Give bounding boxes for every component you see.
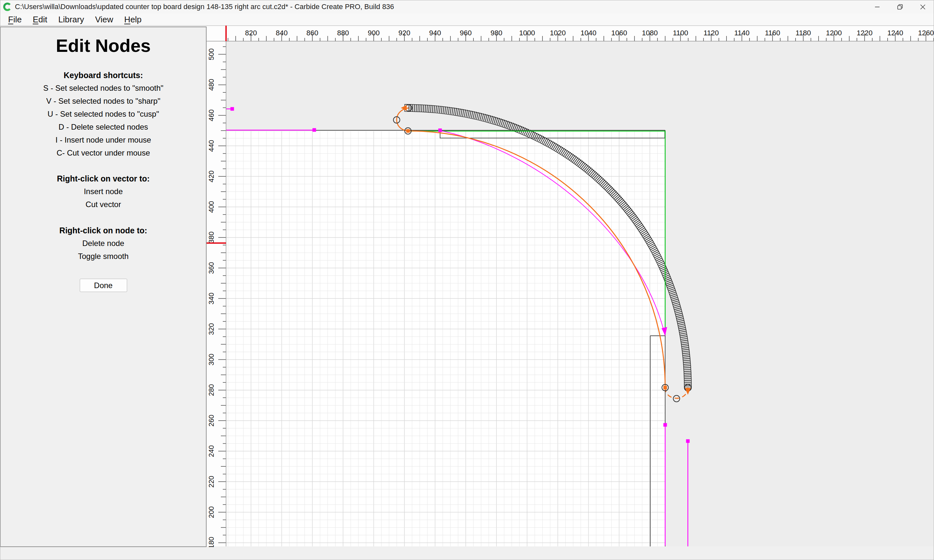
shortcut-line: S - Set selected nodes to "smooth": [1, 82, 206, 95]
shortcut-line: U - Set selected nodes to "cusp": [1, 108, 206, 120]
restore-button[interactable]: [889, 0, 911, 14]
panel-section: Right-click on node to:Delete nodeToggle…: [1, 224, 206, 263]
endpoint-handle[interactable]: [313, 128, 316, 132]
shortcut-line: Toggle smooth: [1, 250, 206, 263]
section-heading: Keyboard shortcuts:: [1, 69, 206, 82]
ruler-label: 240: [207, 445, 215, 457]
ruler-label: 200: [207, 506, 215, 518]
ruler-label: 1260: [918, 29, 934, 37]
shortcut-line: Delete node: [1, 237, 206, 250]
ruler-label: 300: [207, 354, 215, 366]
shortcut-line: D - Delete selected nodes: [1, 120, 206, 134]
shortcut-line: Insert node: [1, 185, 206, 198]
ruler-label: 360: [207, 262, 215, 274]
edit-nodes-panel: Edit Nodes Keyboard shortcuts:S - Set se…: [0, 26, 207, 547]
endpoint-handle[interactable]: [438, 129, 442, 132]
shortcut-line: V - Set selected nodes to "sharp": [1, 95, 206, 108]
menu-item-edit[interactable]: Edit: [27, 15, 53, 25]
design-canvas[interactable]: 8208408608809009209409609801000102010401…: [207, 26, 934, 547]
ruler-label: 180: [207, 537, 215, 547]
endpoint-handle[interactable]: [664, 423, 667, 427]
ruler-label: 320: [207, 323, 215, 335]
ruler-label: 1100: [673, 29, 688, 37]
ruler-label: 1120: [703, 29, 719, 37]
close-icon: [920, 4, 926, 10]
ruler-label: 1140: [734, 29, 749, 37]
ruler-label: 420: [207, 171, 215, 183]
ruler-label: 1180: [795, 29, 811, 37]
ruler-label: 940: [429, 29, 441, 37]
ruler-label: 1000: [519, 29, 535, 37]
ruler-label: 1200: [826, 29, 842, 37]
menu-bar: FileEditLibraryViewHelp: [0, 14, 934, 26]
selected-node-handle[interactable]: [664, 386, 667, 389]
restore-icon: [897, 4, 903, 10]
ruler-label: 500: [207, 48, 215, 60]
carbide-create-logo-icon: [3, 3, 11, 11]
ruler-marker-y: [207, 242, 226, 244]
window-title: C:\Users\willa\Downloads\updated counter…: [15, 3, 394, 11]
ruler-label: 380: [207, 231, 215, 243]
panel-section: Keyboard shortcuts:S - Set selected node…: [1, 69, 206, 160]
ruler-label: 840: [276, 29, 288, 37]
endpoint-handle[interactable]: [231, 107, 234, 111]
menu-item-help[interactable]: Help: [119, 15, 147, 25]
ruler-marker-x: [225, 26, 227, 41]
ruler-label: 1020: [550, 29, 566, 37]
ruler-label: 280: [207, 384, 215, 396]
ruler-label: 440: [207, 140, 215, 152]
ruler-label: 480: [207, 79, 215, 91]
ruler-label: 980: [490, 29, 502, 37]
section-heading: Right-click on vector to:: [1, 172, 206, 185]
ruler-label: 220: [207, 476, 215, 488]
status-bar: [0, 547, 934, 560]
ruler-label: 460: [207, 109, 215, 122]
selected-node-handle[interactable]: [406, 129, 410, 133]
endpoint-handle[interactable]: [686, 440, 690, 443]
ruler-label: 400: [207, 201, 215, 213]
ruler-label: 820: [245, 29, 257, 37]
shortcut-line: Cut vector: [1, 198, 206, 211]
ruler-label: 960: [460, 29, 472, 37]
ruler-label: 880: [337, 29, 349, 37]
panel-section: Right-click on vector to:Insert nodeCut …: [1, 172, 206, 211]
section-heading: Right-click on node to:: [1, 224, 206, 237]
shortcut-line: C- Cut vector under mouse: [1, 146, 206, 160]
ruler-label: 1040: [581, 29, 596, 37]
ruler-label: 860: [307, 29, 319, 37]
menu-item-library[interactable]: Library: [53, 15, 89, 25]
ruler-label: 900: [368, 29, 380, 37]
ruler-label: 1060: [611, 29, 627, 37]
stock-area: [226, 131, 665, 546]
menu-item-view[interactable]: View: [89, 15, 119, 25]
minimize-button[interactable]: [866, 0, 889, 14]
close-button[interactable]: [911, 0, 934, 14]
ruler-label: 920: [399, 29, 411, 37]
ruler-label: 1240: [887, 29, 903, 37]
title-bar: C:\Users\willa\Downloads\updated counter…: [0, 0, 934, 14]
ruler-label: 1080: [642, 29, 658, 37]
page-title: Edit Nodes: [1, 35, 206, 56]
done-button[interactable]: Done: [80, 279, 127, 292]
ruler-label: 1160: [765, 29, 780, 37]
menu-item-file[interactable]: File: [3, 15, 27, 25]
minimize-icon: [875, 4, 880, 9]
ruler-label: 1220: [857, 29, 872, 37]
shortcut-line: I - Insert node under mouse: [1, 134, 206, 146]
ruler-label: 340: [207, 292, 215, 305]
ruler-label: 260: [207, 415, 215, 427]
